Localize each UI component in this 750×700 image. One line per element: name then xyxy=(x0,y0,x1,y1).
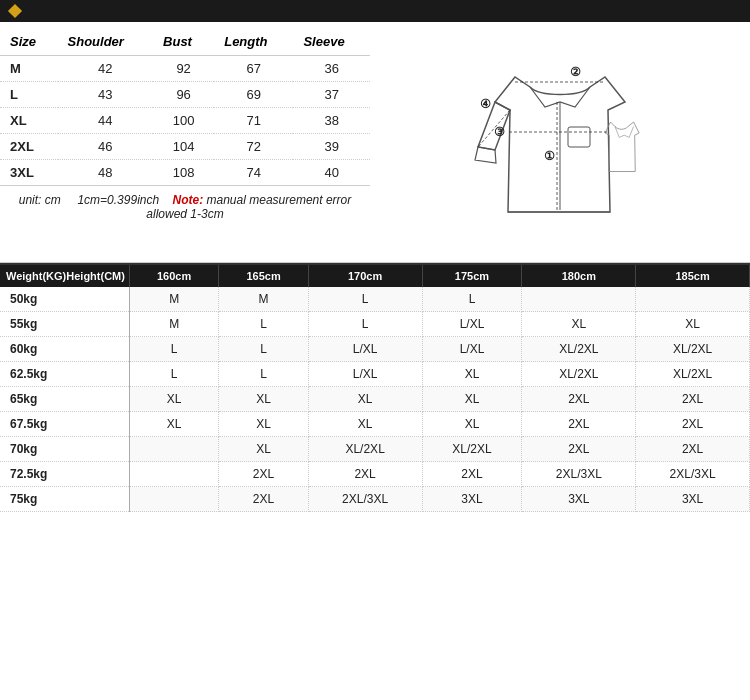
cell-h175: XL/2XL xyxy=(422,437,522,462)
guide-table: Weight(KG)Height(CM) 160cm 165cm 170cm 1… xyxy=(0,265,750,512)
cell-size: 3XL xyxy=(0,160,58,186)
cell-h165: 2XL xyxy=(219,487,308,512)
cell-h175: XL xyxy=(422,362,522,387)
col-sleeve: Sleeve xyxy=(293,30,370,56)
cell-h180: XL xyxy=(522,312,636,337)
guide-row: 70kg XL XL/2XL XL/2XL 2XL 2XL xyxy=(0,437,750,462)
cell-bust: 96 xyxy=(153,82,214,108)
col-160: 160cm xyxy=(129,265,218,287)
cell-h185: 2XL xyxy=(636,437,750,462)
cell-h170: 2XL xyxy=(308,462,422,487)
col-175: 175cm xyxy=(422,265,522,287)
cell-sleeve: 38 xyxy=(293,108,370,134)
cell-h160: XL xyxy=(129,412,218,437)
size-table: Size Shoulder Bust Length Sleeve M 42 92… xyxy=(0,30,370,186)
cell-bust: 108 xyxy=(153,160,214,186)
cell-weight: 50kg xyxy=(0,287,129,312)
cell-h175: 3XL xyxy=(422,487,522,512)
col-size: Size xyxy=(0,30,58,56)
guide-row: 55kg M L L L/XL XL XL xyxy=(0,312,750,337)
note-label: Note: xyxy=(173,193,204,207)
cell-length: 69 xyxy=(214,82,293,108)
cell-h165: L xyxy=(219,362,308,387)
col-shoulder: Shoulder xyxy=(58,30,154,56)
top-section: Size Shoulder Bust Length Sleeve M 42 92… xyxy=(0,22,750,263)
guide-row: 62.5kg L L L/XL XL XL/2XL XL/2XL xyxy=(0,362,750,387)
diamond-icon xyxy=(8,4,22,18)
col-170: 170cm xyxy=(308,265,422,287)
cell-h180: XL/2XL xyxy=(522,337,636,362)
cell-h185: XL xyxy=(636,312,750,337)
cell-h175: L/XL xyxy=(422,337,522,362)
guide-header-row: Weight(KG)Height(CM) 160cm 165cm 170cm 1… xyxy=(0,265,750,287)
cell-h175: L/XL xyxy=(422,312,522,337)
cell-h175: L xyxy=(422,287,522,312)
cell-weight: 55kg xyxy=(0,312,129,337)
guide-row: 50kg M M L L xyxy=(0,287,750,312)
cell-size: 2XL xyxy=(0,134,58,160)
cell-weight: 62.5kg xyxy=(0,362,129,387)
cell-h160: L xyxy=(129,362,218,387)
cell-shoulder: 44 xyxy=(58,108,154,134)
cell-h170: L/XL xyxy=(308,337,422,362)
cell-bust: 92 xyxy=(153,56,214,82)
table-row: XL 44 100 71 38 xyxy=(0,108,370,134)
cell-shoulder: 48 xyxy=(58,160,154,186)
col-185: 185cm xyxy=(636,265,750,287)
cell-h170: L/XL xyxy=(308,362,422,387)
cell-bust: 100 xyxy=(153,108,214,134)
diagram-wrap: ① ② ③ ④ xyxy=(370,22,750,262)
col-weight-height: Weight(KG)Height(CM) xyxy=(0,265,129,287)
guide-row: 67.5kg XL XL XL XL 2XL 2XL xyxy=(0,412,750,437)
cell-sleeve: 37 xyxy=(293,82,370,108)
cell-length: 67 xyxy=(214,56,293,82)
cell-weight: 70kg xyxy=(0,437,129,462)
cell-h170: XL xyxy=(308,387,422,412)
guide-row: 65kg XL XL XL XL 2XL 2XL xyxy=(0,387,750,412)
cell-h185: 3XL xyxy=(636,487,750,512)
cell-h165: 2XL xyxy=(219,462,308,487)
cell-shoulder: 42 xyxy=(58,56,154,82)
cell-size: M xyxy=(0,56,58,82)
size-table-wrap: Size Shoulder Bust Length Sleeve M 42 92… xyxy=(0,22,370,262)
cell-h180: XL/2XL xyxy=(522,362,636,387)
cell-h170: XL xyxy=(308,412,422,437)
cell-h160 xyxy=(129,487,218,512)
cell-shoulder: 43 xyxy=(58,82,154,108)
cell-h160: L xyxy=(129,337,218,362)
svg-text:②: ② xyxy=(570,65,581,79)
guide-row: 75kg 2XL 2XL/3XL 3XL 3XL 3XL xyxy=(0,487,750,512)
cell-h170: XL/2XL xyxy=(308,437,422,462)
cell-h160 xyxy=(129,462,218,487)
cell-shoulder: 46 xyxy=(58,134,154,160)
cell-sleeve: 39 xyxy=(293,134,370,160)
cell-h180 xyxy=(522,287,636,312)
col-bust: Bust xyxy=(153,30,214,56)
cell-h160: XL xyxy=(129,387,218,412)
svg-rect-1 xyxy=(568,127,590,147)
cell-weight: 75kg xyxy=(0,487,129,512)
cell-h185 xyxy=(636,287,750,312)
cell-h165: M xyxy=(219,287,308,312)
svg-text:①: ① xyxy=(544,149,555,163)
cell-weight: 67.5kg xyxy=(0,412,129,437)
cell-length: 74 xyxy=(214,160,293,186)
cell-size: L xyxy=(0,82,58,108)
guide-row: 72.5kg 2XL 2XL 2XL 2XL/3XL 2XL/3XL xyxy=(0,462,750,487)
cell-h185: XL/2XL xyxy=(636,337,750,362)
guide-row: 60kg L L L/XL L/XL XL/2XL XL/2XL xyxy=(0,337,750,362)
cell-h185: 2XL xyxy=(636,412,750,437)
cell-h175: 2XL xyxy=(422,462,522,487)
cell-h185: 2XL xyxy=(636,387,750,412)
cell-h175: XL xyxy=(422,412,522,437)
table-row: L 43 96 69 37 xyxy=(0,82,370,108)
cell-sleeve: 36 xyxy=(293,56,370,82)
cell-weight: 60kg xyxy=(0,337,129,362)
cell-h160: M xyxy=(129,312,218,337)
cell-h165: XL xyxy=(219,387,308,412)
cell-h165: XL xyxy=(219,437,308,462)
cell-h175: XL xyxy=(422,387,522,412)
table-row: M 42 92 67 36 xyxy=(0,56,370,82)
cell-h170: 2XL/3XL xyxy=(308,487,422,512)
cell-bust: 104 xyxy=(153,134,214,160)
